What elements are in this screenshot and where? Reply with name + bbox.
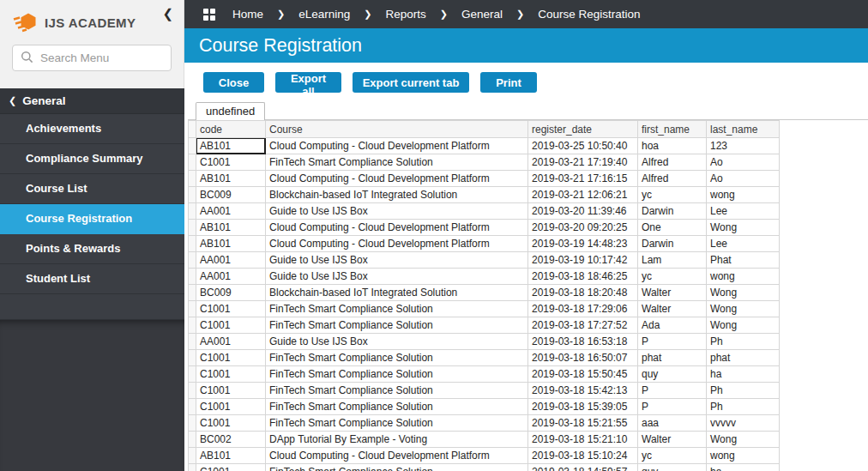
table-cell[interactable]: Cloud Computing - Cloud Development Plat…	[266, 236, 528, 252]
tab-undefined[interactable]: undefined	[196, 102, 265, 120]
search-input[interactable]	[40, 51, 169, 64]
sidebar-item-achievements[interactable]: Achievements	[0, 114, 184, 144]
table-cell[interactable]: quy	[638, 366, 707, 383]
table-cell[interactable]: Wong	[707, 432, 780, 448]
sidebar-item-course-registration[interactable]: Course Registration	[0, 204, 184, 234]
table-cell[interactable]: Darwin	[638, 236, 707, 252]
table-cell[interactable]: C1001	[196, 399, 266, 415]
table-cell[interactable]: Wong	[707, 285, 780, 301]
table-row[interactable]: C1001FinTech Smart Compliance Solution20…	[189, 301, 780, 317]
table-cell[interactable]: AB101	[196, 171, 266, 187]
sidebar-item-points-rewards[interactable]: Points & Rewards	[0, 234, 184, 264]
table-cell[interactable]: AB101	[196, 220, 266, 236]
table-cell[interactable]: Alfred	[638, 154, 707, 171]
table-cell[interactable]: P	[638, 334, 707, 350]
column-header-register-date[interactable]: register_date	[528, 121, 638, 138]
row-handle[interactable]	[189, 154, 196, 171]
row-handle[interactable]	[189, 448, 196, 464]
table-cell[interactable]: 2019-03-18 15:42:13	[528, 383, 638, 399]
table-cell[interactable]: 2019-03-20 09:20:25	[528, 220, 638, 236]
table-cell[interactable]: C1001	[196, 317, 266, 334]
table-row[interactable]: AA001Guide to Use IJS Box2019-03-19 10:1…	[189, 252, 780, 269]
table-cell[interactable]: Guide to Use IJS Box	[266, 334, 528, 350]
breadcrumb-item-general[interactable]: General	[455, 8, 509, 21]
export-all-button[interactable]: Export all	[275, 72, 341, 93]
sidebar-section-general[interactable]: ❮ General	[0, 88, 184, 114]
table-cell[interactable]: One	[638, 220, 707, 236]
table-row[interactable]: C1001FinTech Smart Compliance Solution20…	[189, 317, 780, 334]
table-cell[interactable]: FinTech Smart Compliance Solution	[266, 383, 528, 399]
table-cell[interactable]: AA001	[196, 252, 266, 269]
table-cell[interactable]: 2019-03-18 15:10:24	[528, 448, 638, 464]
table-cell[interactable]: wong	[707, 269, 780, 285]
breadcrumb-item-home[interactable]: Home	[232, 8, 270, 21]
table-row[interactable]: C1001FinTech Smart Compliance Solution20…	[189, 464, 780, 471]
column-header-first-name[interactable]: first_name	[638, 121, 707, 138]
table-cell[interactable]: 2019-03-18 16:50:07	[528, 350, 638, 366]
row-handle[interactable]	[189, 236, 196, 252]
table-cell[interactable]: Walter	[638, 301, 707, 317]
table-cell[interactable]: Cloud Computing - Cloud Development Plat…	[266, 220, 528, 236]
table-cell[interactable]: Walter	[638, 285, 707, 301]
table-row[interactable]: AA001Guide to Use IJS Box2019-03-20 11:3…	[189, 203, 780, 220]
table-cell[interactable]: Alfred	[638, 171, 707, 187]
table-row[interactable]: AB101Cloud Computing - Cloud Development…	[189, 448, 780, 464]
table-cell[interactable]: Guide to Use IJS Box	[266, 252, 528, 269]
table-cell[interactable]: ha	[707, 464, 780, 471]
table-row[interactable]: AB101Cloud Computing - Cloud Development…	[189, 236, 780, 252]
table-cell[interactable]: 2019-03-21 12:06:21	[528, 187, 638, 203]
table-cell[interactable]: DApp Tutorial By Example - Voting	[266, 432, 528, 448]
table-row[interactable]: C1001FinTech Smart Compliance Solution20…	[189, 366, 780, 383]
sidebar-item-compliance-summary[interactable]: Compliance Summary	[0, 144, 184, 174]
table-row[interactable]: C1001FinTech Smart Compliance Solution20…	[189, 383, 780, 399]
table-row[interactable]: BC002DApp Tutorial By Example - Voting20…	[189, 432, 780, 448]
table-cell[interactable]: 2019-03-19 14:48:23	[528, 236, 638, 252]
table-cell[interactable]: BC009	[196, 187, 266, 203]
table-cell[interactable]: aaa	[638, 415, 707, 432]
table-cell[interactable]: Guide to Use IJS Box	[266, 269, 528, 285]
row-handle[interactable]	[189, 285, 196, 301]
table-cell[interactable]: Blockchain-based IoT Integrated Solution	[266, 187, 528, 203]
breadcrumb-item-course-registration[interactable]: Course Registration	[531, 8, 647, 21]
table-row[interactable]: AB101Cloud Computing - Cloud Development…	[189, 171, 780, 187]
table-cell[interactable]: AA001	[196, 269, 266, 285]
row-handle[interactable]	[189, 415, 196, 432]
table-cell[interactable]: C1001	[196, 464, 266, 471]
table-cell[interactable]: C1001	[196, 366, 266, 383]
search-box[interactable]	[12, 45, 172, 71]
breadcrumb-item-reports[interactable]: Reports	[379, 8, 433, 21]
row-handle[interactable]	[189, 399, 196, 415]
table-cell[interactable]: 123	[707, 138, 780, 154]
row-handle[interactable]	[189, 171, 196, 187]
table-cell[interactable]: phat	[707, 350, 780, 366]
table-cell[interactable]: yc	[638, 448, 707, 464]
table-cell[interactable]: Phat	[707, 252, 780, 269]
table-row[interactable]: BC009Blockchain-based IoT Integrated Sol…	[189, 187, 780, 203]
table-cell[interactable]: Cloud Computing - Cloud Development Plat…	[266, 138, 528, 154]
table-cell[interactable]: wong	[707, 448, 780, 464]
table-cell[interactable]: Ao	[707, 154, 780, 171]
table-cell[interactable]: Ao	[707, 171, 780, 187]
table-cell[interactable]: hoa	[638, 138, 707, 154]
table-cell[interactable]: Ada	[638, 317, 707, 334]
table-cell[interactable]: 2019-03-18 17:27:52	[528, 317, 638, 334]
row-handle[interactable]	[189, 203, 196, 220]
table-cell[interactable]: C1001	[196, 383, 266, 399]
row-handle[interactable]	[189, 252, 196, 269]
row-handle[interactable]	[189, 317, 196, 334]
table-cell[interactable]: wong	[707, 187, 780, 203]
table-row[interactable]: AA001Guide to Use IJS Box2019-03-18 18:4…	[189, 269, 780, 285]
table-cell[interactable]: AA001	[196, 203, 266, 220]
table-cell[interactable]: 2019-03-19 10:17:42	[528, 252, 638, 269]
table-cell[interactable]: 2019-03-21 17:16:15	[528, 171, 638, 187]
table-row[interactable]: C1001FinTech Smart Compliance Solution20…	[189, 154, 780, 171]
table-cell[interactable]: AB101	[196, 236, 266, 252]
table-cell[interactable]: Wong	[707, 301, 780, 317]
sidebar-collapse-icon[interactable]: ❮	[162, 6, 173, 21]
table-cell[interactable]: phat	[638, 350, 707, 366]
table-cell[interactable]: FinTech Smart Compliance Solution	[266, 350, 528, 366]
table-cell[interactable]: P	[638, 383, 707, 399]
table-cell[interactable]: Wong	[707, 317, 780, 334]
table-cell[interactable]: 2019-03-18 18:20:48	[528, 285, 638, 301]
row-handle[interactable]	[189, 334, 196, 350]
